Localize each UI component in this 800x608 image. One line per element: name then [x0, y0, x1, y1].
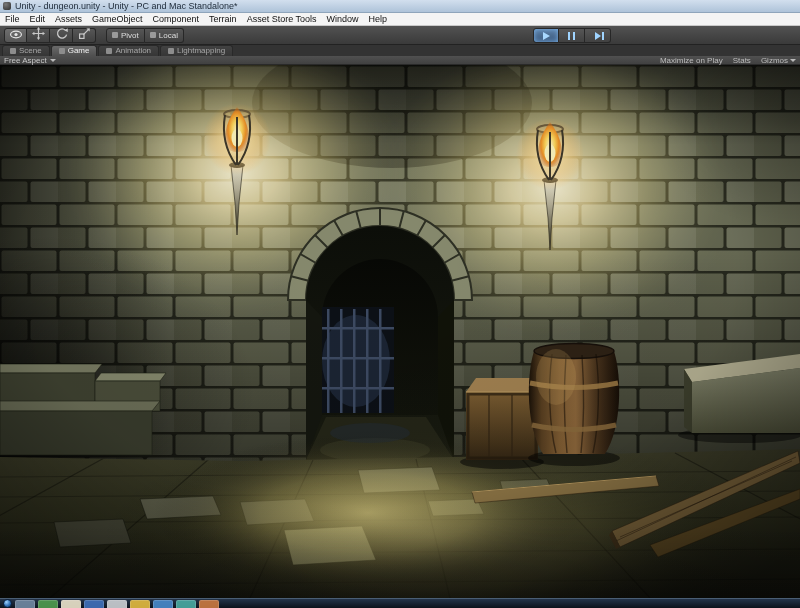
step-icon: [595, 32, 601, 40]
game-view-options: Maximize on Play Stats Gizmos: [660, 56, 796, 65]
menu-item-gameobject[interactable]: GameObject: [87, 13, 148, 25]
scale-tool-icon: [78, 26, 91, 44]
taskbar-app-6[interactable]: [130, 600, 150, 608]
tab-animation[interactable]: Animation: [98, 45, 159, 56]
taskbar-app-5[interactable]: [107, 600, 127, 608]
game-tab-icon: [59, 48, 65, 54]
menu-item-file[interactable]: File: [0, 13, 25, 25]
tab-scene[interactable]: Scene: [2, 45, 50, 56]
windows-taskbar: [0, 598, 800, 608]
hand-tool-button[interactable]: [4, 28, 27, 43]
menu-item-edit[interactable]: Edit: [25, 13, 51, 25]
taskbar-app-9[interactable]: [199, 600, 219, 608]
taskbar-app-1[interactable]: [15, 600, 35, 608]
tab-lightmapping-label: Lightmapping: [177, 46, 225, 56]
menu-item-window[interactable]: Window: [322, 13, 364, 25]
step-button[interactable]: [585, 28, 611, 43]
taskbar-app-2[interactable]: [38, 600, 58, 608]
pivot-icon: [112, 32, 118, 38]
gizmos-label: Gizmos: [761, 56, 788, 65]
local-label: Local: [159, 31, 178, 40]
hand-tool-icon: [9, 26, 23, 44]
handle-settings-group: Pivot Local: [106, 28, 184, 43]
unity-toolbar: Pivot Local: [0, 26, 800, 45]
aspect-label: Free Aspect: [4, 56, 47, 65]
play-icon: [543, 32, 550, 40]
tab-game-label: Game: [68, 46, 90, 56]
maximize-on-play-toggle[interactable]: Maximize on Play: [660, 56, 723, 65]
menu-item-asset-store-tools[interactable]: Asset Store Tools: [242, 13, 322, 25]
game-view-toolbar: Free Aspect Maximize on Play Stats Gizmo…: [0, 56, 800, 65]
taskbar-app-7[interactable]: [153, 600, 173, 608]
chevron-down-icon: [790, 59, 796, 62]
scene-tab-icon: [10, 48, 16, 54]
gizmos-dropdown[interactable]: Gizmos: [761, 56, 796, 65]
play-controls: [533, 28, 611, 43]
local-icon: [150, 32, 156, 38]
tab-scene-label: Scene: [19, 46, 42, 56]
tab-animation-label: Animation: [115, 46, 151, 56]
move-tool-button[interactable]: [27, 28, 50, 43]
pivot-toggle-button[interactable]: Pivot: [106, 28, 145, 43]
rotate-tool-button[interactable]: [50, 28, 73, 43]
menu-item-terrain[interactable]: Terrain: [204, 13, 242, 25]
dungeon-scene-render: [0, 65, 800, 598]
aspect-dropdown[interactable]: Free Aspect: [4, 56, 56, 65]
animation-tab-icon: [106, 48, 112, 54]
rotate-tool-icon: [55, 26, 68, 44]
menu-item-assets[interactable]: Assets: [50, 13, 87, 25]
window-titlebar[interactable]: Unity - dungeon.unity - Unity - PC and M…: [0, 0, 800, 13]
pivot-label: Pivot: [121, 31, 139, 40]
chevron-down-icon: [50, 59, 56, 62]
tab-game[interactable]: Game: [51, 45, 98, 56]
lightmapping-tab-icon: [168, 48, 174, 54]
transform-tool-group: [4, 28, 96, 43]
menu-bar: File Edit Assets GameObject Component Te…: [0, 13, 800, 26]
menu-item-help[interactable]: Help: [364, 13, 393, 25]
pause-icon: [568, 32, 575, 40]
tab-lightmapping[interactable]: Lightmapping: [160, 45, 233, 56]
taskbar-app-8[interactable]: [176, 600, 196, 608]
pause-button[interactable]: [559, 28, 585, 43]
window-title: Unity - dungeon.unity - Unity - PC and M…: [15, 1, 238, 11]
stats-toggle[interactable]: Stats: [733, 56, 751, 65]
menu-item-component[interactable]: Component: [148, 13, 205, 25]
local-toggle-button[interactable]: Local: [145, 28, 184, 43]
unity-logo-icon: [3, 2, 11, 10]
scale-tool-button[interactable]: [73, 28, 96, 43]
taskbar-app-4[interactable]: [84, 600, 104, 608]
pane-tab-strip: Scene Game Animation Lightmapping: [0, 45, 800, 56]
play-button[interactable]: [533, 28, 559, 43]
taskbar-app-3[interactable]: [61, 600, 81, 608]
start-button[interactable]: [3, 599, 12, 608]
game-viewport[interactable]: [0, 65, 800, 598]
move-tool-icon: [32, 26, 45, 44]
